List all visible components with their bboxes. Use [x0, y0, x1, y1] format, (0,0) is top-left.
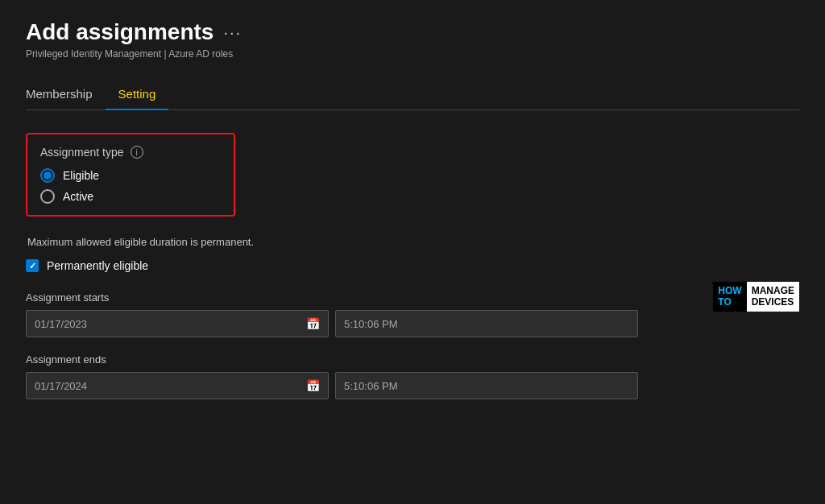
assignment-ends-date-value: 01/17/2024	[35, 380, 306, 392]
assignment-starts-fields: 01/17/2023 📅 5:10:06 PM	[26, 310, 638, 337]
watermark-how: HOW	[718, 285, 741, 296]
radio-eligible[interactable]: Eligible	[40, 168, 221, 183]
page-header: Add assignments ···	[26, 19, 799, 45]
watermark-to: TO	[718, 296, 731, 308]
more-options-icon[interactable]: ···	[223, 23, 242, 42]
radio-active-label: Active	[63, 190, 93, 203]
assignment-type-label: Assignment type i	[40, 146, 221, 159]
assignment-starts-date-value: 01/17/2023	[35, 318, 306, 330]
assignment-starts-section: Assignment starts 01/17/2023 📅 5:10:06 P…	[26, 291, 799, 337]
breadcrumb: Privileged Identity Management | Azure A…	[26, 48, 799, 60]
duration-text: Maximum allowed eligible duration is per…	[27, 236, 799, 248]
assignment-starts-time-value: 5:10:06 PM	[344, 318, 398, 330]
assignment-type-container: Assignment type i Eligible Active	[26, 133, 235, 217]
permanently-eligible-checkbox[interactable]: ✓	[26, 259, 39, 272]
assignment-starts-time-input[interactable]: 5:10:06 PM	[335, 310, 638, 337]
assignment-ends-date-input[interactable]: 01/17/2024 📅	[26, 372, 329, 399]
assignment-ends-section: Assignment ends 01/17/2024 📅 5:10:06 PM	[26, 353, 799, 399]
tab-bar: Membership Setting	[26, 79, 799, 110]
assignment-ends-time-input[interactable]: 5:10:06 PM	[335, 372, 638, 399]
radio-eligible-label: Eligible	[63, 169, 99, 182]
assignment-ends-time-value: 5:10:06 PM	[344, 380, 398, 392]
tab-membership[interactable]: Membership	[26, 79, 106, 110]
watermark: HOW TO MANAGE DEVICES	[713, 282, 799, 312]
watermark-manage-text: MANAGE	[752, 285, 794, 296]
watermark-how-to: HOW TO	[713, 282, 746, 312]
radio-active-button[interactable]	[40, 189, 55, 204]
watermark-devices-text: DEVICES	[752, 296, 794, 308]
permanently-eligible-label: Permanently eligible	[47, 259, 148, 272]
page-title: Add assignments	[26, 19, 214, 45]
radio-active[interactable]: Active	[40, 189, 221, 204]
info-icon[interactable]: i	[131, 146, 143, 159]
calendar-starts-icon[interactable]: 📅	[306, 317, 320, 330]
assignment-ends-fields: 01/17/2024 📅 5:10:06 PM	[26, 372, 638, 399]
tab-setting[interactable]: Setting	[106, 79, 169, 110]
assignment-starts-date-input[interactable]: 01/17/2023 📅	[26, 310, 329, 337]
watermark-manage-devices: MANAGE DEVICES	[747, 282, 799, 312]
permanently-eligible-row: ✓ Permanently eligible	[26, 259, 799, 272]
checkmark-icon: ✓	[29, 262, 36, 271]
assignment-starts-label: Assignment starts	[26, 291, 799, 304]
calendar-ends-icon[interactable]: 📅	[306, 379, 320, 392]
radio-eligible-fill	[44, 171, 52, 180]
radio-eligible-button[interactable]	[40, 168, 55, 183]
assignment-ends-label: Assignment ends	[26, 353, 799, 366]
